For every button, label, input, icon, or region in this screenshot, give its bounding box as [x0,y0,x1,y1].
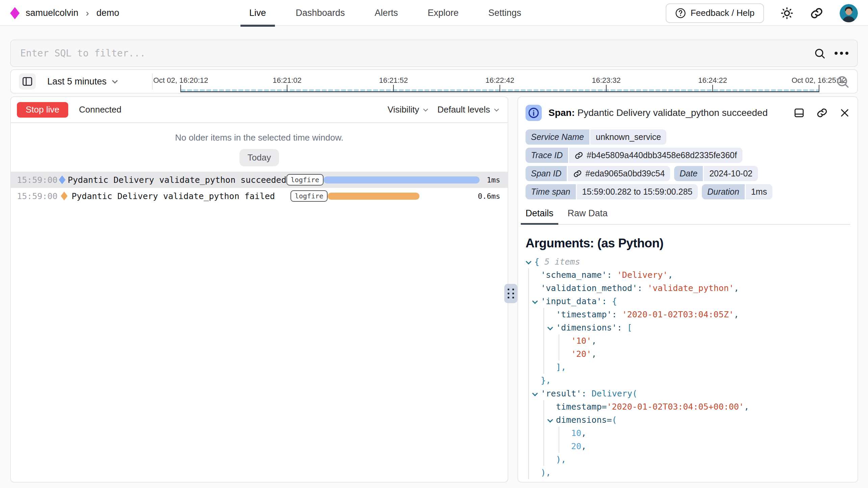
indent-guide [528,413,529,426]
span-field-service-name: Service Nameunknown_service [526,129,666,145]
span-detail-panel: Span: Pydantic Delivery validate_python … [517,96,858,483]
span-tabs: DetailsRaw Data [526,208,850,225]
close-panel-button[interactable] [839,107,850,118]
code-token: , [734,283,739,293]
empty-window-message: No older items in the selected time wind… [11,132,508,143]
log-tag-badge[interactable]: logfire [286,174,324,186]
code-token: '2020-01-02T03:04:05+00:00' [607,402,744,412]
indent-guide [528,282,529,295]
tab-raw-data[interactable]: Raw Data [568,208,608,224]
sidebar-toggle-button[interactable] [19,73,36,90]
nav-item-dashboards[interactable]: Dashboards [296,0,345,26]
sql-filter-input[interactable] [11,40,814,66]
time-range-select[interactable]: Last 5 minutes [47,76,116,87]
field-label: Date [674,166,703,181]
link-icon[interactable] [575,151,583,160]
log-message: Pydantic Delivery validate_python failed [72,191,290,201]
indent-guide [543,426,544,440]
default-levels-dropdown[interactable]: Default levels [437,104,497,115]
dock-panel-button[interactable] [793,107,805,119]
indent-guide [528,374,529,387]
tab-details[interactable]: Details [526,208,554,224]
grip-dots-icon [507,288,515,299]
nav-item-live[interactable]: Live [249,0,266,26]
log-duration: 0.6ms [472,192,508,200]
nav-item-alerts[interactable]: Alerts [375,0,398,26]
code-line: 'input_data': { [526,295,850,308]
feedback-help-label: Feedback / Help [691,8,755,18]
zoom-in-icon [836,75,850,89]
code-line: ], [526,361,850,374]
log-row[interactable]: 15:59:00Pydantic Delivery validate_pytho… [11,188,508,204]
copy-span-link-button[interactable] [816,107,828,119]
stop-live-button[interactable]: Stop live [17,102,68,118]
log-tag-badge[interactable]: logfire [290,190,328,202]
code-token: 5 items [544,257,580,267]
field-label: Trace ID [526,148,568,163]
link-icon[interactable] [573,169,582,178]
code-token: , [744,402,749,412]
breadcrumb: samuelcolvin › demo [10,0,119,26]
code-token: , [668,270,673,280]
nav-item-settings[interactable]: Settings [488,0,521,26]
field-label: Duration [702,184,745,199]
timeline-tick-mark [180,85,181,92]
code-line: 'schema_name': 'Delivery', [526,268,850,282]
indent-guide [528,321,529,334]
search-icon[interactable] [814,47,826,59]
log-row[interactable]: 15:59:00Pydantic Delivery validate_pytho… [11,172,508,188]
duration-bar [328,193,419,200]
panel-resize-handle[interactable] [504,284,517,303]
code-line: ), [526,453,850,466]
code-token: ( [612,415,617,425]
timeline-tick-mark [500,85,500,92]
breadcrumb-org[interactable]: samuelcolvin [26,8,78,18]
theme-toggle-button[interactable] [780,6,794,20]
visibility-label: Visibility [387,104,419,115]
indent-guide [559,426,559,440]
timeline-tick-mark [712,85,713,92]
time-range-bar: Last 5 minutes Oct 02, 16:20:1216:21:021… [10,69,858,94]
code-token: dimensions= [556,415,612,425]
timeline-tick-label: 16:21:02 [273,76,302,85]
chevron-down-icon [494,106,499,111]
field-value: #eda9065a0bd39c54 [568,166,670,181]
indent-guide [528,466,529,479]
code-token: ], [556,362,566,372]
feedback-help-button[interactable]: Feedback / Help [666,3,764,23]
breadcrumb-project[interactable]: demo [96,8,119,18]
code-token: { [534,257,544,267]
indent-guide [528,308,529,321]
connection-status: Connected [79,104,122,115]
share-link-button[interactable] [810,6,823,20]
timeline-zoom-in-button[interactable] [836,75,850,89]
main-nav: LiveDashboardsAlertsExploreSettings [249,0,521,26]
code-token: 'validate_python' [647,283,734,293]
code-token: , [734,310,739,319]
user-avatar[interactable] [840,4,858,22]
indent-guide [528,268,529,282]
visibility-dropdown[interactable]: Visibility [387,104,426,115]
more-options-icon[interactable] [835,52,848,55]
code-token: 'result' [541,389,581,398]
question-circle-icon [675,8,686,19]
code-line: '10', [526,334,850,347]
nav-item-explore[interactable]: Explore [428,0,459,26]
span-field-trace-id: Trace ID#b4e5809a440dbb3458e68d2335fe360… [526,148,742,163]
code-token: timestamp= [556,402,607,412]
indent-guide [543,413,544,426]
code-token: , [581,441,586,451]
indent-guide [528,400,529,413]
info-icon [528,107,539,119]
log-message: Pydantic Delivery validate_python succee… [68,175,286,185]
code-token: 10 [571,428,581,438]
code-line: 'dimensions': [ [526,321,850,334]
log-list: 15:59:00Pydantic Delivery validate_pytho… [11,172,508,204]
indent-guide [543,321,544,334]
code-token: Delivery( [592,389,637,398]
code-line: ), [526,466,850,479]
indent-guide [559,440,559,453]
code-token: { [612,296,617,306]
code-token: 'dimensions' [556,323,617,333]
timeline-tick-mark [819,85,819,92]
